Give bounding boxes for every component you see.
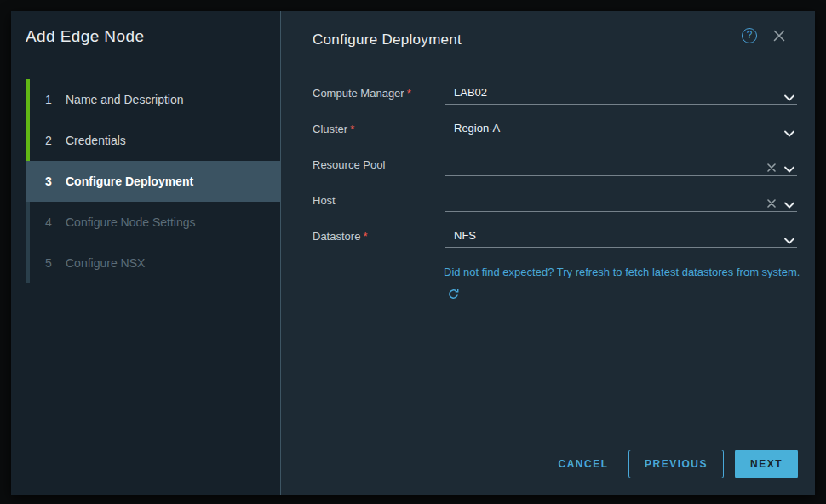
chevron-down-icon[interactable] bbox=[784, 125, 794, 140]
step-label: Credentials bbox=[66, 134, 126, 147]
wizard-sidebar: Add Edge Node 1 Name and Description 2 C… bbox=[11, 11, 281, 495]
step-label: Name and Description bbox=[66, 93, 184, 106]
field-label: Cluster* bbox=[313, 117, 354, 140]
selected-value: LAB02 bbox=[454, 82, 487, 103]
host-dropdown[interactable] bbox=[445, 189, 797, 212]
step-name-and-description[interactable]: 1 Name and Description bbox=[11, 79, 280, 120]
previous-button[interactable]: PREVIOUS bbox=[628, 450, 724, 478]
step-label: Configure NSX bbox=[66, 256, 145, 270]
field-label: Compute Manager* bbox=[313, 82, 411, 105]
step-credentials[interactable]: 2 Credentials bbox=[11, 120, 280, 161]
selected-value: Region-A bbox=[454, 117, 500, 139]
chevron-down-icon[interactable] bbox=[784, 89, 794, 105]
next-button[interactable]: NEXT bbox=[735, 450, 798, 478]
compute-manager-dropdown[interactable]: LAB02 bbox=[445, 82, 797, 105]
step-number: 2 bbox=[45, 134, 52, 147]
required-asterisk: * bbox=[350, 123, 354, 135]
help-icon[interactable]: ? bbox=[742, 28, 757, 43]
field-host: Host* bbox=[313, 189, 798, 212]
step-content-panel: Configure Deployment ? Compute Manager* … bbox=[281, 11, 815, 495]
close-icon[interactable] bbox=[773, 30, 785, 42]
step-configure-node-settings[interactable]: 4 Configure Node Settings bbox=[11, 202, 280, 243]
refresh-icon[interactable] bbox=[448, 289, 459, 302]
step-number: 4 bbox=[45, 215, 52, 229]
add-edge-node-dialog: Add Edge Node 1 Name and Description 2 C… bbox=[11, 11, 815, 495]
wizard-title: Add Edge Node bbox=[26, 27, 144, 46]
step-configure-deployment[interactable]: 3 Configure Deployment bbox=[11, 161, 280, 202]
chevron-down-icon[interactable] bbox=[784, 197, 794, 212]
step-number: 1 bbox=[45, 93, 52, 106]
field-compute-manager: Compute Manager* LAB02 bbox=[313, 82, 798, 105]
clear-icon[interactable] bbox=[767, 196, 776, 211]
selected-value: NFS bbox=[454, 225, 476, 246]
wizard-steps: 1 Name and Description 2 Credentials 3 C… bbox=[11, 79, 280, 284]
field-cluster: Cluster* Region-A bbox=[313, 117, 798, 140]
step-label: Configure Deployment bbox=[66, 175, 193, 188]
required-asterisk: * bbox=[407, 87, 411, 100]
cluster-dropdown[interactable]: Region-A bbox=[445, 117, 797, 140]
field-label: Host* bbox=[313, 189, 336, 212]
page-title: Configure Deployment bbox=[313, 32, 462, 49]
datastore-dropdown[interactable]: NFS bbox=[445, 225, 797, 248]
chevron-down-icon[interactable] bbox=[784, 232, 794, 248]
field-label: Resource Pool* bbox=[313, 153, 385, 176]
step-label: Configure Node Settings bbox=[66, 215, 196, 229]
step-number: 5 bbox=[45, 256, 52, 270]
field-resource-pool: Resource Pool* bbox=[313, 153, 798, 176]
cancel-button[interactable]: CANCEL bbox=[552, 450, 615, 478]
step-configure-nsx[interactable]: 5 Configure NSX bbox=[11, 243, 280, 284]
step-number: 3 bbox=[45, 175, 52, 188]
chevron-down-icon[interactable] bbox=[784, 161, 794, 176]
required-asterisk: * bbox=[363, 230, 367, 243]
field-datastore: Datastore* NFS bbox=[313, 225, 798, 248]
resource-pool-dropdown[interactable] bbox=[445, 153, 797, 176]
clear-icon[interactable] bbox=[767, 160, 776, 175]
datastore-refresh-hint: Did not find expected? Try refresh to fe… bbox=[444, 261, 801, 307]
field-label: Datastore* bbox=[313, 225, 367, 248]
